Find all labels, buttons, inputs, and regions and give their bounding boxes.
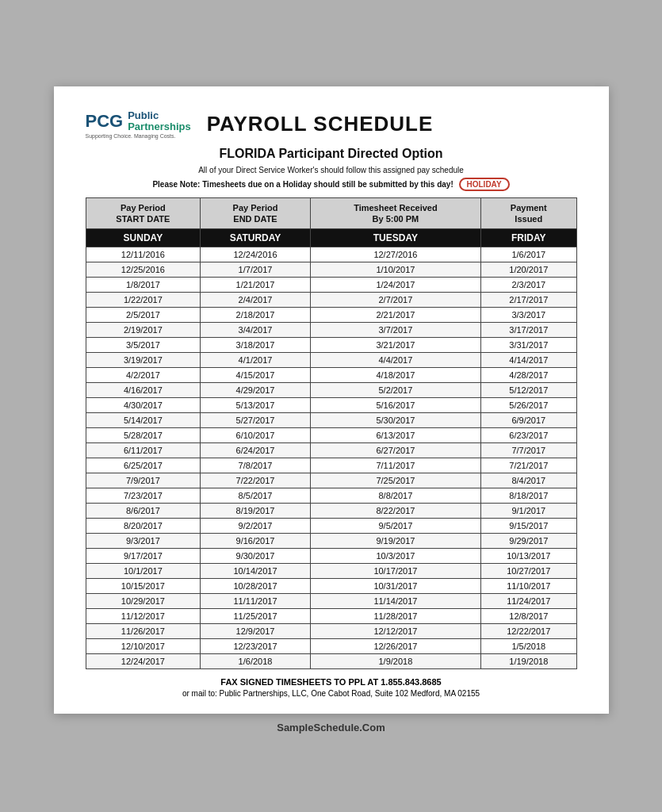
holiday-badge: HOLIDAY: [459, 178, 510, 191]
table-cell: 6/27/2017: [310, 443, 480, 458]
table-cell: 2/3/2017: [481, 278, 576, 293]
table-cell: 10/13/2017: [481, 549, 576, 564]
table-cell: 9/15/2017: [481, 519, 576, 534]
table-body: 12/11/201612/24/201612/27/20161/6/201712…: [86, 247, 576, 669]
table-cell: 3/18/2017: [201, 338, 310, 353]
table-cell: 2/18/2017: [201, 308, 310, 323]
table-cell: 5/28/2017: [86, 428, 201, 443]
table-cell: 8/8/2017: [310, 488, 480, 504]
table-row: 2/19/20173/4/20173/7/20173/17/2017: [86, 323, 576, 338]
table-cell: 10/15/2017: [86, 579, 201, 594]
table-row: 6/11/20176/24/20176/27/20177/7/2017: [86, 443, 576, 458]
table-cell: 6/24/2017: [201, 443, 310, 458]
footer-mail: or mail to: Public Partnerships, LLC, On…: [86, 689, 577, 698]
table-cell: 1/10/2017: [310, 262, 480, 278]
table-cell: 3/17/2017: [481, 323, 576, 338]
table-cell: 3/21/2017: [310, 338, 480, 353]
table-cell: 8/4/2017: [481, 473, 576, 488]
table-cell: 6/10/2017: [201, 428, 310, 443]
table-cell: 2/19/2017: [86, 323, 201, 338]
table-cell: 9/17/2017: [86, 549, 201, 564]
table-cell: 10/14/2017: [201, 564, 310, 579]
table-cell: 11/26/2017: [86, 624, 201, 639]
table-cell: 8/6/2017: [86, 504, 201, 519]
table-row: 9/17/20179/30/201710/3/201710/13/2017: [86, 549, 576, 564]
table-row: 12/11/201612/24/201612/27/20161/6/2017: [86, 247, 576, 262]
table-cell: 9/30/2017: [201, 549, 310, 564]
table-row: 6/25/20177/8/20177/11/20177/21/2017: [86, 458, 576, 473]
table-cell: 7/22/2017: [201, 473, 310, 488]
table-cell: 12/26/2017: [310, 639, 480, 654]
table-cell: 3/31/2017: [481, 338, 576, 353]
col1-header: Pay Period START DATE: [86, 197, 201, 229]
table-cell: 10/28/2017: [201, 579, 310, 594]
table-row: 11/26/201712/9/201712/12/201712/22/2017: [86, 624, 576, 639]
note-line2: Please Note: Timesheets due on a Holiday…: [86, 178, 577, 191]
table-row: 5/28/20176/10/20176/13/20176/23/2017: [86, 428, 576, 443]
table-row: 7/23/20178/5/20178/8/20178/18/2017: [86, 488, 576, 504]
table-cell: 2/4/2017: [201, 293, 310, 308]
table-cell: 1/8/2017: [86, 278, 201, 293]
day-tuesday: TUESDAY: [310, 229, 480, 247]
table-cell: 3/5/2017: [86, 338, 201, 353]
table-cell: 9/2/2017: [201, 519, 310, 534]
table-cell: 10/3/2017: [310, 549, 480, 564]
table-cell: 12/22/2017: [481, 624, 576, 639]
table-cell: 4/14/2017: [481, 353, 576, 368]
table-cell: 2/21/2017: [310, 308, 480, 323]
table-cell: 10/17/2017: [310, 564, 480, 579]
table-row: 8/20/20179/2/20179/5/20179/15/2017: [86, 519, 576, 534]
logo-partnerships: Partnerships: [128, 121, 190, 132]
sub-title: FLORIDA Participant Directed Option: [86, 147, 577, 161]
table-cell: 12/24/2016: [201, 247, 310, 262]
table-cell: 2/5/2017: [86, 308, 201, 323]
page-document: PCG Public Partnerships Supporting Choic…: [54, 86, 609, 714]
table-cell: 1/20/2017: [481, 262, 576, 278]
table-cell: 5/12/2017: [481, 383, 576, 398]
table-cell: 11/11/2017: [201, 594, 310, 609]
table-cell: 8/20/2017: [86, 519, 201, 534]
table-row: 12/10/201712/23/201712/26/20171/5/2018: [86, 639, 576, 654]
logo-public: Public: [128, 110, 190, 121]
table-cell: 11/25/2017: [201, 609, 310, 624]
table-cell: 1/7/2017: [201, 262, 310, 278]
table-cell: 4/30/2017: [86, 398, 201, 413]
table-cell: 5/16/2017: [310, 398, 480, 413]
note-line1: All of your Direct Service Worker's shou…: [86, 166, 577, 174]
table-cell: 10/31/2017: [310, 579, 480, 594]
table-cell: 7/7/2017: [481, 443, 576, 458]
col2-header: Pay Period END DATE: [201, 197, 310, 229]
table-cell: 5/2/2017: [310, 383, 480, 398]
table-cell: 4/15/2017: [201, 368, 310, 383]
table-cell: 12/9/2017: [201, 624, 310, 639]
table-cell: 10/29/2017: [86, 594, 201, 609]
table-row: 4/2/20174/15/20174/18/20174/28/2017: [86, 368, 576, 383]
table-cell: 11/14/2017: [310, 594, 480, 609]
logo-area: PCG Public Partnerships Supporting Choic…: [86, 110, 191, 139]
table-cell: 6/9/2017: [481, 413, 576, 428]
footer-fax: FAX SIGNED TIMESHEETS TO PPL AT 1.855.84…: [86, 677, 577, 687]
logo-pcg: PCG: [86, 111, 124, 132]
table-row: 1/22/20172/4/20172/7/20172/17/2017: [86, 293, 576, 308]
table-cell: 8/18/2017: [481, 488, 576, 504]
table-row: 1/8/20171/21/20171/24/20172/3/2017: [86, 278, 576, 293]
table-cell: 3/19/2017: [86, 353, 201, 368]
table-cell: 2/17/2017: [481, 293, 576, 308]
table-row: 2/5/20172/18/20172/21/20173/3/2017: [86, 308, 576, 323]
table-cell: 5/14/2017: [86, 413, 201, 428]
table-cell: 3/3/2017: [481, 308, 576, 323]
table-cell: 4/18/2017: [310, 368, 480, 383]
table-cell: 4/28/2017: [481, 368, 576, 383]
payroll-schedule-table: Pay Period START DATE Pay Period END DAT…: [86, 197, 577, 670]
table-cell: 10/27/2017: [481, 564, 576, 579]
table-cell: 5/13/2017: [201, 398, 310, 413]
table-cell: 12/12/2017: [310, 624, 480, 639]
table-cell: 4/16/2017: [86, 383, 201, 398]
table-row: 11/12/201711/25/201711/28/201712/8/2017: [86, 609, 576, 624]
table-cell: 5/26/2017: [481, 398, 576, 413]
table-cell: 9/5/2017: [310, 519, 480, 534]
table-cell: 5/30/2017: [310, 413, 480, 428]
table-cell: 1/19/2018: [481, 654, 576, 669]
table-row: 7/9/20177/22/20177/25/20178/4/2017: [86, 473, 576, 488]
site-url: SampleSchedule.Com: [277, 722, 385, 733]
